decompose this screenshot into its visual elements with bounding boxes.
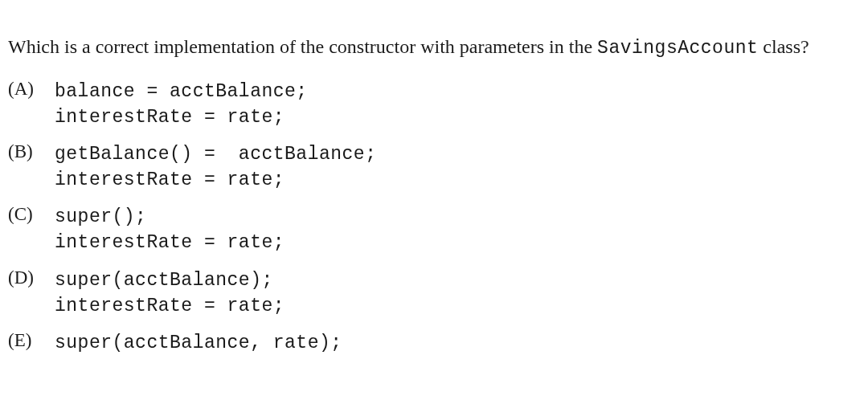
- question-part1: Which is a correct implementation of the…: [8, 36, 597, 57]
- question-text: Which is a correct implementation of the…: [8, 32, 860, 63]
- option-code: balance = acctBalance; interestRate = ra…: [55, 79, 308, 130]
- option-code: super(acctBalance); interestRate = rate;: [55, 267, 285, 319]
- option-code: super(acctBalance, rate);: [55, 330, 342, 356]
- option-code: getBalance() = acctBalance; interestRate…: [55, 141, 376, 193]
- option-label: (B): [8, 141, 43, 162]
- option-label: (D): [8, 267, 43, 288]
- option-label: (A): [8, 79, 43, 100]
- options-list: (A) balance = acctBalance; interestRate …: [8, 79, 860, 357]
- option-label: (C): [8, 204, 43, 225]
- option-code: super(); interestRate = rate;: [55, 204, 285, 255]
- question-classname: SavingsAccount: [597, 38, 758, 59]
- question-part2: class?: [758, 36, 809, 57]
- option-d: (D) super(acctBalance); interestRate = r…: [8, 267, 860, 319]
- option-c: (C) super(); interestRate = rate;: [8, 204, 860, 255]
- option-e: (E) super(acctBalance, rate);: [8, 330, 860, 356]
- option-label: (E): [8, 330, 43, 351]
- option-b: (B) getBalance() = acctBalance; interest…: [8, 141, 860, 193]
- option-a: (A) balance = acctBalance; interestRate …: [8, 79, 860, 130]
